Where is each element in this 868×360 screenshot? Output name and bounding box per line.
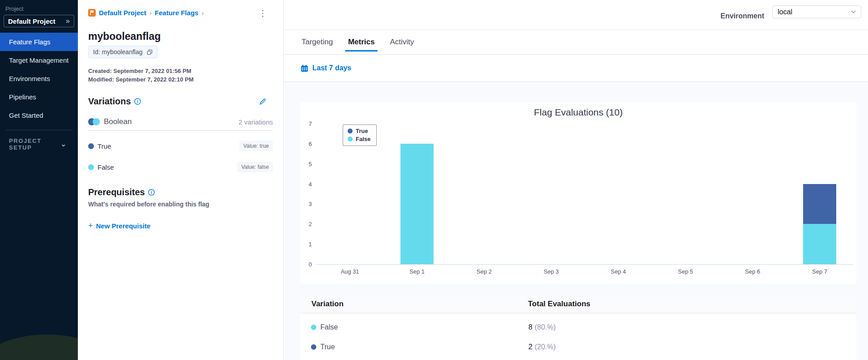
y-tick-label: 3 (294, 201, 312, 208)
x-axis-label: Sep 4 (585, 268, 652, 275)
plus-icon: + (88, 221, 93, 231)
x-axis-label: Sep 1 (383, 268, 451, 275)
cell-evaluation-count: 2 (528, 343, 532, 351)
tab-metrics[interactable]: Metrics (348, 30, 375, 54)
variation-name: False (98, 163, 114, 171)
x-axis-label: Sep 3 (518, 268, 585, 275)
project-selector-value: Default Project (8, 17, 55, 25)
variation-type-label: Boolean (104, 117, 132, 126)
y-tick-label: 4 (294, 181, 312, 188)
table-row-false: False 8(80.%) (300, 317, 856, 337)
column-header-total-evaluations: Total Evaluations (528, 300, 591, 309)
project-selector[interactable]: Default Project » (4, 15, 74, 27)
cell-variation-name: True (320, 343, 335, 351)
flag-title: mybooleanflag (88, 30, 273, 43)
environment-label: Environment (720, 12, 764, 20)
table-header-row: Variation Total Evaluations (300, 295, 856, 313)
variation-name: True (98, 142, 111, 150)
y-tick-label: 7 (294, 120, 312, 128)
breadcrumb-link-feature-flags[interactable]: Feature Flags (155, 9, 199, 17)
corner-decoration (0, 334, 78, 360)
chevron-down-icon (851, 10, 856, 13)
cell-evaluation-count: 8 (528, 323, 532, 331)
tab-activity[interactable]: Activity (390, 30, 414, 54)
variation-dot-false (88, 164, 94, 170)
info-icon[interactable] (148, 189, 155, 196)
metrics-content: Flag Evaluations (10) TrueFalse 01234567… (284, 82, 868, 360)
project-label: Project (5, 5, 78, 12)
bar-true-sep-7 (803, 184, 836, 224)
modified-date: Modified: September 7, 2022 02:10 PM (88, 75, 273, 84)
y-tick-label: 5 (294, 161, 312, 168)
boolean-type-icon (88, 118, 100, 125)
sidebar-item-get-started[interactable]: Get Started (0, 106, 78, 124)
environment-bar: Environment local (284, 0, 868, 30)
metrics-toolbar: Last 7 days (284, 55, 868, 82)
y-tick-label: 1 (294, 241, 312, 248)
bar-false-sep-7 (803, 224, 836, 264)
breadcrumb-link-project[interactable]: Default Project (99, 9, 146, 17)
sidebar-item-feature-flags[interactable]: Feature Flags (0, 33, 78, 51)
chevron-down-icon: ⌄ (60, 140, 66, 148)
environment-select[interactable]: local (772, 5, 861, 18)
chevron-right-icon: › (201, 9, 204, 17)
feature-flags-logo-icon (88, 9, 96, 17)
flag-id-text: Id: mybooleanflag (93, 48, 143, 56)
chart-title: Flag Evaluations (10) (300, 107, 856, 118)
environment-select-value: local (778, 8, 792, 16)
project-setup-label: PROJECT SETUP (9, 137, 60, 151)
y-tick-label: 2 (294, 221, 312, 228)
edit-pencil-icon[interactable] (259, 98, 267, 106)
chart-plot: 01234567Aug 31Sep 1Sep 2Sep 3Sep 4Sep 5S… (316, 124, 853, 265)
column-header-variation: Variation (300, 300, 528, 309)
cell-evaluation-percent: (80.%) (535, 323, 556, 331)
prerequisites-heading: Prerequisites (88, 187, 145, 197)
evaluations-table: Variation Total Evaluations False 8(80.%… (300, 295, 856, 360)
variation-dot-true (311, 344, 316, 350)
y-tick-label: 0 (294, 261, 312, 268)
info-icon[interactable] (134, 98, 141, 105)
double-chevron-right-icon: » (66, 17, 70, 25)
chevron-right-icon: › (149, 9, 152, 17)
date-range-label: Last 7 days (312, 64, 351, 72)
cell-variation-name: False (320, 323, 338, 331)
y-tick-label: 6 (294, 141, 312, 148)
variation-dot-false (311, 325, 316, 330)
created-date: Created: September 7, 2022 01:56 PM (88, 67, 273, 75)
x-axis-label: Sep 7 (786, 268, 853, 275)
project-setup-section[interactable]: PROJECT SETUP ⌄ (0, 130, 78, 151)
new-prerequisite-button[interactable]: + New Prerequisite (88, 221, 150, 231)
tabs: Targeting Metrics Activity (284, 30, 868, 55)
sidebar-nav: Feature Flags Target Management Environm… (0, 33, 78, 124)
sidebar-item-environments[interactable]: Environments (0, 69, 78, 88)
sidebar-item-pipelines[interactable]: Pipelines (0, 88, 78, 106)
x-axis-label: Sep 5 (652, 268, 719, 275)
flag-id-chip: Id: mybooleanflag (88, 46, 157, 58)
variation-type-row: Boolean 2 variations (88, 117, 273, 126)
right-panel: Environment local Targeting Metrics Acti… (284, 0, 868, 360)
calendar-icon (301, 64, 308, 72)
chart-card: Flag Evaluations (10) TrueFalse 01234567… (300, 102, 856, 284)
prerequisites-description: What's required before enabling this fla… (88, 201, 273, 208)
variations-heading: Variations (88, 96, 131, 107)
x-axis-label: Aug 31 (316, 268, 383, 275)
sidebar-item-target-management[interactable]: Target Management (0, 51, 78, 69)
variation-row-false: False Value: false (88, 161, 273, 173)
flag-detail-panel: Default Project › Feature Flags › ⋮ mybo… (78, 0, 284, 360)
kebab-menu-icon[interactable]: ⋮ (259, 9, 267, 17)
variation-count: 2 variations (238, 118, 273, 126)
variation-dot-true (88, 143, 94, 149)
sidebar: Project Default Project » Feature Flags … (0, 0, 78, 360)
x-axis-label: Sep 6 (719, 268, 786, 275)
bar-false-sep-1 (400, 144, 434, 264)
divider (88, 130, 273, 131)
table-row-true: True 2(20.%) (300, 337, 856, 357)
variation-row-true: True Value: true (88, 140, 273, 152)
tab-targeting[interactable]: Targeting (302, 30, 333, 54)
date-range-button[interactable]: Last 7 days (301, 64, 351, 72)
x-axis-label: Sep 2 (451, 268, 518, 275)
copy-icon[interactable] (147, 49, 153, 55)
breadcrumb: Default Project › Feature Flags › (88, 9, 273, 17)
cell-evaluation-percent: (20.%) (535, 343, 556, 351)
variation-value-chip: Value: false (237, 162, 273, 172)
